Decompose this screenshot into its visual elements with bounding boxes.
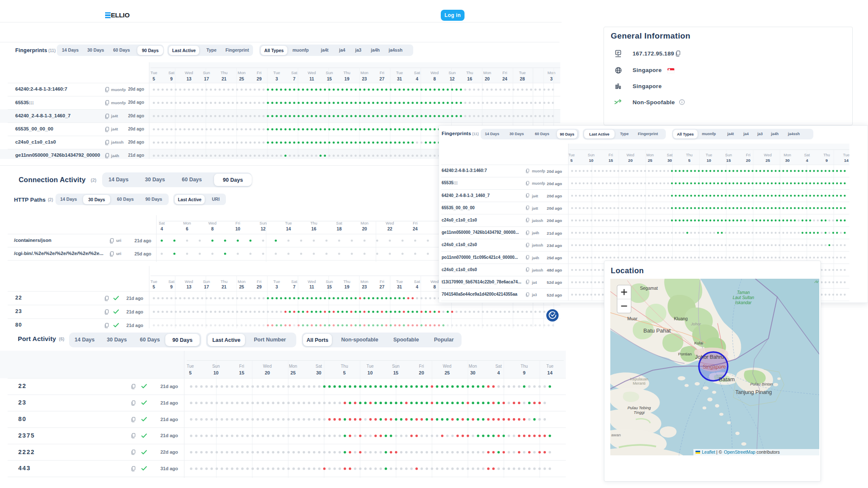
svg-text:20: 20 <box>265 370 270 375</box>
svg-text:Wed: Wed <box>308 70 316 75</box>
svg-text:Sat: Sat <box>159 221 165 225</box>
svg-text:29: 29 <box>257 76 262 81</box>
svg-text:Sat: Sat <box>291 70 298 75</box>
svg-text:Wed: Wed <box>764 153 771 157</box>
svg-text:Sat: Sat <box>336 221 342 225</box>
svg-text:Muar: Muar <box>627 316 637 321</box>
svg-text:5: 5 <box>153 284 155 289</box>
svg-text:6: 6 <box>186 226 188 231</box>
svg-text:15: 15 <box>327 284 332 289</box>
svg-text:Mon: Mon <box>784 153 791 157</box>
svg-text:15: 15 <box>609 158 613 163</box>
svg-text:25: 25 <box>290 370 295 375</box>
svg-text:Sat: Sat <box>291 279 298 284</box>
svg-text:12: 12 <box>261 226 266 231</box>
svg-text:20: 20 <box>628 158 633 163</box>
svg-text:15: 15 <box>327 76 332 81</box>
svg-text:Tue: Tue <box>367 364 374 369</box>
svg-text:Iskandar: Iskandar <box>735 300 752 305</box>
svg-text:Sun: Sun <box>588 153 595 157</box>
svg-text:Leaflet: Leaflet <box>702 449 715 455</box>
svg-text:Kulai: Kulai <box>694 341 703 345</box>
svg-text:Tue: Tue <box>568 153 575 157</box>
svg-text:Tue: Tue <box>285 221 292 225</box>
svg-text:Fri: Fri <box>502 70 507 75</box>
svg-text:Mon: Mon <box>483 70 491 75</box>
svg-text:18: 18 <box>337 226 342 231</box>
svg-text:Segamat: Segamat <box>640 286 658 291</box>
svg-text:Tue: Tue <box>187 364 194 369</box>
svg-text:Thu: Thu <box>220 70 227 75</box>
svg-text:Batu Pahat: Batu Pahat <box>643 327 671 334</box>
svg-text:Sat: Sat <box>667 153 673 157</box>
svg-text:4: 4 <box>806 158 808 163</box>
svg-text:29: 29 <box>257 284 262 289</box>
svg-text:20: 20 <box>746 158 751 163</box>
svg-text:awan: awan <box>611 433 621 437</box>
svg-text:Fri: Fri <box>257 279 262 284</box>
svg-text:21: 21 <box>222 76 227 81</box>
svg-text:24: 24 <box>413 226 418 231</box>
svg-text:10: 10 <box>589 158 594 163</box>
svg-text:Wed: Wed <box>185 70 193 75</box>
svg-text:7: 7 <box>293 76 295 81</box>
svg-text:Wed: Wed <box>209 221 217 225</box>
svg-text:10: 10 <box>367 370 373 375</box>
svg-text:Fri: Fri <box>380 70 384 75</box>
svg-text:5: 5 <box>153 76 155 81</box>
svg-text:13: 13 <box>186 76 192 81</box>
svg-text:Sat: Sat <box>168 70 175 75</box>
svg-text:5: 5 <box>688 158 691 163</box>
svg-text:23: 23 <box>362 284 367 289</box>
svg-text:5: 5 <box>343 370 346 375</box>
svg-text:23: 23 <box>362 76 367 81</box>
svg-text:Tue: Tue <box>519 70 526 75</box>
svg-text:25: 25 <box>239 284 244 289</box>
svg-text:Tue: Tue <box>396 279 403 284</box>
svg-text:31: 31 <box>397 76 402 81</box>
svg-text:Wed: Wed <box>431 70 439 75</box>
svg-text:30: 30 <box>470 370 475 375</box>
svg-text:Laut Sultan: Laut Sultan <box>733 295 754 300</box>
svg-text:Sun: Sun <box>448 70 456 75</box>
svg-text:Sat: Sat <box>414 279 420 284</box>
svg-text:Sun: Sun <box>725 153 732 157</box>
svg-text:Sat: Sat <box>168 279 175 284</box>
svg-text:31: 31 <box>397 284 402 289</box>
svg-text:27: 27 <box>379 284 384 289</box>
svg-text:25: 25 <box>239 76 244 81</box>
svg-text:7: 7 <box>293 284 295 289</box>
svg-text:Thu: Thu <box>823 153 830 157</box>
svg-text:Mon: Mon <box>183 221 191 225</box>
svg-text:20: 20 <box>485 76 490 81</box>
svg-text:Sat: Sat <box>315 364 322 369</box>
svg-text:21: 21 <box>222 284 227 289</box>
svg-text:Fri: Fri <box>746 153 751 157</box>
svg-text:Johor: Johor <box>690 322 701 326</box>
svg-text:Tanjung Pinang: Tanjung Pinang <box>735 389 772 395</box>
svg-text:11: 11 <box>309 284 314 289</box>
svg-text:Wed: Wed <box>308 279 316 284</box>
svg-text:Pulau Bintan: Pulau Bintan <box>750 382 773 386</box>
svg-text:5: 5 <box>570 158 573 163</box>
svg-text:4: 4 <box>161 226 163 231</box>
svg-text:17: 17 <box>204 284 209 289</box>
svg-text:Wed: Wed <box>431 279 439 284</box>
svg-text:5: 5 <box>189 370 192 375</box>
svg-text:Fri: Fri <box>419 364 424 369</box>
svg-text:16: 16 <box>467 76 472 81</box>
svg-text:Batam: Batam <box>719 376 735 383</box>
svg-text:Kluang: Kluang <box>674 316 688 321</box>
svg-text:Sun: Sun <box>259 221 267 225</box>
svg-text:| ©: | © <box>716 449 722 455</box>
svg-text:Mon: Mon <box>238 70 245 75</box>
svg-text:Thu: Thu <box>466 70 473 75</box>
svg-text:Thu: Thu <box>343 70 350 75</box>
svg-text:Sun: Sun <box>326 70 333 75</box>
svg-text:Mon: Mon <box>548 70 555 75</box>
svg-text:14: 14 <box>286 226 291 231</box>
svg-text:30: 30 <box>668 158 672 163</box>
svg-text:8: 8 <box>433 284 436 289</box>
svg-text:Thu: Thu <box>520 364 528 369</box>
svg-text:14: 14 <box>844 158 849 163</box>
